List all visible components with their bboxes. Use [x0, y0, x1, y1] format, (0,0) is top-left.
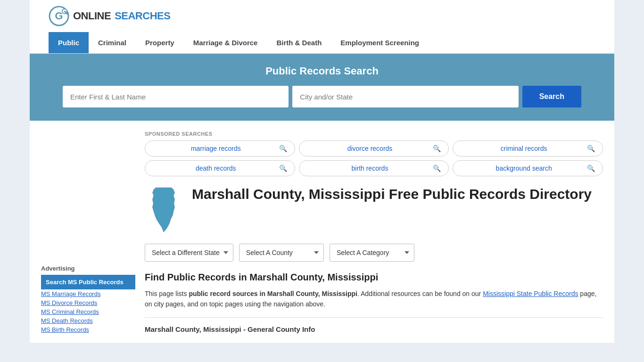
sidebar-advertising-label: Advertising	[41, 265, 135, 272]
sidebar-link-divorce[interactable]: MS Divorce Records	[41, 299, 135, 306]
county-info-heading: Marshall County, Mississippi - General C…	[145, 325, 603, 333]
sponsored-pill-text: death records	[153, 165, 279, 172]
sponsored-pill-background[interactable]: background search 🔍	[453, 160, 603, 176]
sponsored-pill-text: criminal records	[461, 145, 587, 152]
find-public-records-text: This page lists public record sources in…	[145, 288, 603, 310]
svg-text:G: G	[55, 10, 63, 22]
sidebar-ad-item[interactable]: Search MS Public Records	[41, 275, 135, 289]
heading-area: Marshall County, Mississippi Free Public…	[145, 186, 603, 234]
dropdowns-row: Select a Different State Select A County…	[145, 244, 603, 262]
sponsored-pill-text: marriage records	[153, 145, 279, 152]
ms-state-records-link[interactable]: Mississippi State Public Records	[483, 290, 578, 297]
search-form: Search	[63, 86, 581, 107]
sidebar-link-death[interactable]: MS Death Records	[41, 317, 135, 324]
search-button[interactable]: Search	[522, 86, 581, 107]
search-icon-5: 🔍	[433, 165, 441, 172]
section-divider	[145, 317, 603, 318]
nav-item-birth-death[interactable]: Birth & Death	[267, 32, 331, 53]
find-public-records-title: Find Public Records in Marshall County, …	[145, 272, 603, 283]
sponsored-label: SPONSORED SEARCHES	[145, 131, 603, 137]
main-nav: Public Criminal Property Marriage & Divo…	[30, 32, 614, 54]
find-text-2: . Additional resources can be found on o…	[357, 290, 483, 297]
state-dropdown[interactable]: Select a Different State	[145, 244, 233, 262]
logo-text-searches: SEARCHES	[115, 10, 170, 22]
find-text-bold: public record sources in Marshall County…	[189, 290, 357, 297]
nav-item-criminal[interactable]: Criminal	[89, 32, 136, 53]
content-area: SPONSORED SEARCHES marriage records 🔍 di…	[145, 128, 603, 335]
name-input[interactable]	[63, 86, 289, 107]
sponsored-pill-text: background search	[461, 165, 587, 172]
sponsored-pill-death[interactable]: death records 🔍	[145, 160, 295, 176]
state-map	[145, 186, 182, 234]
search-banner-title: Public Records Search	[49, 65, 595, 77]
sidebar-link-marriage[interactable]: MS Marriage Records	[41, 290, 135, 297]
page-title: Marshall County, Mississippi Free Public…	[192, 186, 592, 203]
search-icon-3: 🔍	[587, 145, 595, 152]
search-icon-2: 🔍	[433, 145, 441, 152]
sidebar: Advertising Search MS Public Records MS …	[41, 128, 135, 335]
search-icon-6: 🔍	[587, 165, 595, 172]
mississippi-map-icon	[145, 186, 182, 233]
main-area: Advertising Search MS Public Records MS …	[30, 121, 614, 343]
county-dropdown[interactable]: Select A County	[239, 244, 324, 262]
nav-item-public[interactable]: Public	[49, 32, 89, 53]
sponsored-pill-marriage[interactable]: marriage records 🔍	[145, 140, 295, 156]
sponsored-grid: marriage records 🔍 divorce records 🔍 cri…	[145, 140, 603, 176]
search-icon-1: 🔍	[279, 145, 287, 152]
nav-item-employment[interactable]: Employment Screening	[331, 32, 429, 53]
sponsored-pill-divorce[interactable]: divorce records 🔍	[299, 140, 449, 156]
sponsored-pill-criminal[interactable]: criminal records 🔍	[453, 140, 603, 156]
nav-item-property[interactable]: Property	[136, 32, 184, 53]
logo-text-online: ONLINE	[73, 10, 111, 22]
location-input[interactable]	[292, 86, 518, 107]
header: G ONLINE SEARCHES	[30, 0, 614, 32]
nav-item-marriage-divorce[interactable]: Marriage & Divorce	[184, 32, 267, 53]
find-text-1: This page lists	[145, 290, 189, 297]
sponsored-pill-birth[interactable]: birth records 🔍	[299, 160, 449, 176]
search-banner: Public Records Search Search	[30, 54, 614, 121]
sidebar-link-birth[interactable]: MS Birth Records	[41, 326, 135, 333]
sponsored-pill-text: divorce records	[307, 145, 433, 152]
search-icon-4: 🔍	[279, 165, 287, 172]
sidebar-link-criminal[interactable]: MS Criminal Records	[41, 308, 135, 315]
logo-icon: G	[49, 6, 69, 26]
sponsored-pill-text: birth records	[307, 165, 433, 172]
category-dropdown[interactable]: Select A Category	[330, 244, 414, 262]
logo: G ONLINE SEARCHES	[49, 6, 170, 26]
